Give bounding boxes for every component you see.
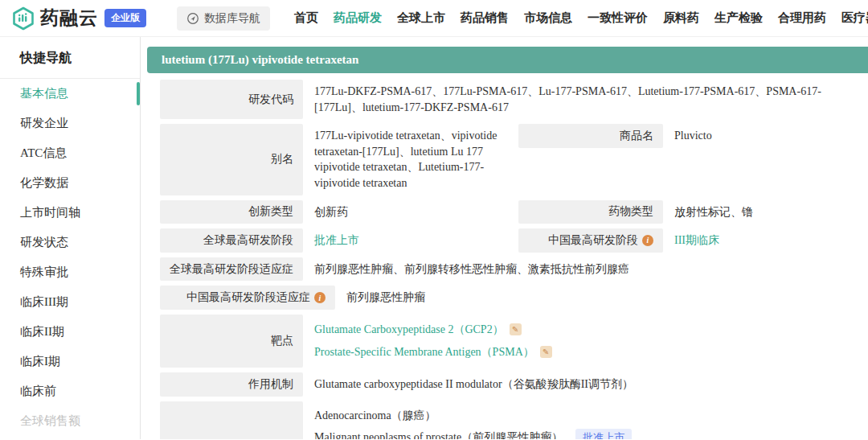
innovation-type-pair: 创新类型 创新药 bbox=[160, 200, 518, 224]
external-link-icon[interactable] bbox=[510, 323, 522, 335]
main-nav: 首页 药品研发 全球上市 药品销售 市场信息 一致性评价 原料药 生产检验 合理… bbox=[294, 10, 868, 26]
row-label: 研发代码 bbox=[248, 93, 293, 107]
nav-item-home[interactable]: 首页 bbox=[294, 10, 318, 26]
moa-value: Glutamate carboxypeptidase II modulator（… bbox=[303, 372, 633, 397]
china-stage-link[interactable]: III期临床 bbox=[674, 232, 719, 249]
sidebar-item-rnd-status[interactable]: 研发状态 bbox=[0, 228, 140, 257]
table-row-global-stage-indication: 全球最高研发阶段适应症 前列腺恶性肿瘤、前列腺转移性恶性肿瘤、激素抵抗性前列腺癌 bbox=[160, 257, 868, 282]
status-badge: 批准上市 bbox=[575, 429, 632, 439]
tradename-value: Pluvicto bbox=[663, 124, 712, 148]
table-row-stages: 全球最高研发阶段 批准上市 中国最高研发阶段 III期临床 bbox=[160, 228, 868, 253]
table-row-moa: 作用机制 Glutamate carboxypeptidase II modul… bbox=[160, 372, 868, 397]
row-label: 全球最高研发阶段 bbox=[203, 233, 293, 248]
table-row-indications: 适应症 Adenocarcinoma（腺癌） Malignant neoplas… bbox=[160, 401, 868, 439]
row-label: 商品名 bbox=[620, 129, 653, 143]
row-label: 别名 bbox=[271, 152, 293, 167]
indication-item: Malignant neoplasms of prostate（前列腺恶性肿瘤）… bbox=[314, 427, 667, 439]
innovation-type-value: 创新药 bbox=[303, 200, 518, 224]
indication-item: Adenocarcinoma（腺癌） bbox=[314, 405, 667, 427]
table-row-target: 靶点 Glutamate Carboxypeptidase 2（GCP2） Pr… bbox=[160, 315, 868, 368]
indication-text: Malignant neoplasms of prostate（前列腺恶性肿瘤） bbox=[314, 430, 563, 439]
nav-item-market-info[interactable]: 市场信息 bbox=[524, 10, 572, 26]
nav-item-api[interactable]: 原料药 bbox=[663, 10, 699, 26]
info-icon[interactable] bbox=[314, 292, 326, 303]
table-row-dev-code: 研发代码 177Lu-DKFZ-PSMA-617、177Lu-PSMA-617、… bbox=[160, 80, 868, 119]
global-stage-pair: 全球最高研发阶段 批准上市 bbox=[160, 228, 518, 253]
row-label: 药物类型 bbox=[608, 204, 653, 219]
drug-info-table: 研发代码 177Lu-DKFZ-PSMA-617、177Lu-PSMA-617、… bbox=[160, 80, 868, 439]
nav-item-medical-devices[interactable]: 医疗器械 bbox=[841, 10, 868, 26]
top-navigation-bar: 药融云 企业版 数据库导航 首页 药品研发 全球上市 药品销售 市场信息 一致性… bbox=[0, 0, 868, 37]
sidebar-item-chemical-data[interactable]: 化学数据 bbox=[0, 168, 140, 198]
drug-title-bar: lutetium (177Lu) vipivotide tetraxetan bbox=[147, 47, 868, 73]
sidebar-item-launch-timeline[interactable]: 上市时间轴 bbox=[0, 198, 140, 228]
external-link-icon[interactable] bbox=[540, 346, 552, 358]
row-label: 中国最高研发阶段 bbox=[548, 233, 638, 248]
dev-code-value: 177Lu-DKFZ-PSMA-617、177Lu-PSMA-617、Lu-17… bbox=[303, 80, 858, 119]
sidebar-item-atc-info[interactable]: ATC信息 bbox=[0, 138, 140, 168]
navigation-compass-icon bbox=[186, 12, 199, 25]
drug-type-pair: 药物类型 放射性标记、镥 bbox=[518, 200, 753, 224]
target-link-gcp2[interactable]: Glutamate Carboxypeptidase 2（GCP2） bbox=[314, 322, 504, 338]
logo-hexagon-icon bbox=[11, 6, 35, 31]
app-logo[interactable]: 药融云 企业版 bbox=[11, 6, 146, 31]
sidebar-item-basic-info[interactable]: 基本信息 bbox=[0, 79, 140, 109]
indication-text: Adenocarcinoma（腺癌） bbox=[314, 408, 436, 424]
row-label: 靶点 bbox=[271, 334, 293, 348]
drug-type-value: 放射性标记、镥 bbox=[663, 200, 753, 224]
nav-item-global-launch[interactable]: 全球上市 bbox=[397, 10, 445, 26]
sidebar-item-rnd-companies[interactable]: 研发企业 bbox=[0, 109, 140, 138]
row-label: 中国最高研发阶段适应症 bbox=[186, 290, 310, 305]
target-item: Prostate-Specific Membrane Antigen（PSMA） bbox=[314, 341, 552, 364]
global-stage-indication-value: 前列腺恶性肿瘤、前列腺转移性恶性肿瘤、激素抵抗性前列腺癌 bbox=[303, 257, 629, 282]
sidebar-item-clinical-phase3[interactable]: 临床III期 bbox=[0, 287, 140, 317]
sidebar-title: 快捷导航 bbox=[0, 37, 140, 79]
sidebar-item-special-approval[interactable]: 特殊审批 bbox=[0, 257, 140, 287]
quick-nav-sidebar: 快捷导航 基本信息 研发企业 ATC信息 化学数据 上市时间轴 研发状态 特殊审… bbox=[0, 37, 141, 439]
tradename-pair: 商品名 Pluvicto bbox=[518, 124, 712, 148]
nav-item-drug-rnd[interactable]: 药品研发 bbox=[334, 10, 382, 26]
nav-item-rational-use[interactable]: 合理用药 bbox=[778, 10, 826, 26]
global-stage-link[interactable]: 批准上市 bbox=[314, 232, 359, 249]
sidebar-item-clinical-phase2[interactable]: 临床II期 bbox=[0, 317, 140, 347]
target-link-psma[interactable]: Prostate-Specific Membrane Antigen（PSMA） bbox=[314, 344, 534, 360]
row-label: 作用机制 bbox=[248, 377, 293, 392]
info-icon[interactable] bbox=[642, 235, 653, 246]
table-row-alias-tradename: 别名 177Lu-vipivotide tetraxetan、vipivotid… bbox=[160, 124, 868, 195]
china-stage-indication-value: 前列腺恶性肿瘤 bbox=[335, 286, 425, 310]
edition-badge: 企业版 bbox=[104, 9, 146, 27]
nav-item-consistency-eval[interactable]: 一致性评价 bbox=[588, 10, 648, 26]
sidebar-item-clinical-phase1[interactable]: 临床I期 bbox=[0, 347, 140, 376]
sidebar-item-preclinical[interactable]: 临床前 bbox=[0, 376, 140, 406]
sidebar-item-global-sales[interactable]: 全球销售额 bbox=[0, 406, 140, 436]
china-stage-pair: 中国最高研发阶段 III期临床 bbox=[518, 228, 719, 253]
row-label: 全球最高研发阶段适应症 bbox=[170, 262, 293, 277]
alias-pair: 别名 177Lu-vipivotide tetraxetan、vipivotid… bbox=[160, 124, 518, 195]
drug-detail-panel: lutetium (177Lu) vipivotide tetraxetan 研… bbox=[141, 37, 868, 439]
nav-item-production-inspection[interactable]: 生产检验 bbox=[714, 10, 763, 26]
table-row-china-stage-indication: 中国最高研发阶段适应症 前列腺恶性肿瘤 bbox=[160, 286, 868, 310]
nav-item-drug-sales[interactable]: 药品销售 bbox=[461, 10, 509, 26]
database-nav-button[interactable]: 数据库导航 bbox=[177, 6, 270, 31]
alias-value: 177Lu-vipivotide tetraxetan、vipivotide t… bbox=[303, 124, 518, 195]
row-label: 创新类型 bbox=[248, 204, 293, 219]
table-row-types: 创新类型 创新药 药物类型 放射性标记、镥 bbox=[160, 200, 868, 224]
database-nav-label: 数据库导航 bbox=[204, 11, 260, 26]
brand-name: 药融云 bbox=[40, 6, 98, 31]
target-item: Glutamate Carboxypeptidase 2（GCP2） bbox=[314, 319, 552, 341]
